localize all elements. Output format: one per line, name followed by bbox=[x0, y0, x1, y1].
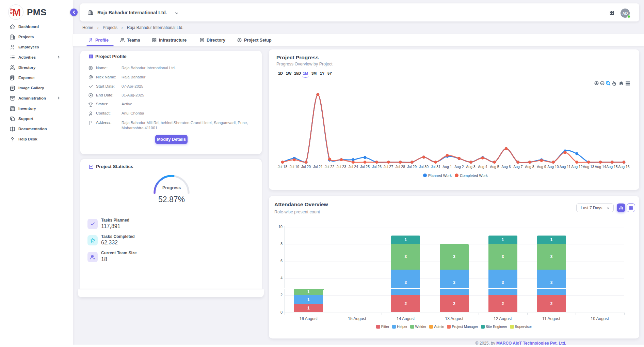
svg-text:M: M bbox=[12, 6, 21, 18]
